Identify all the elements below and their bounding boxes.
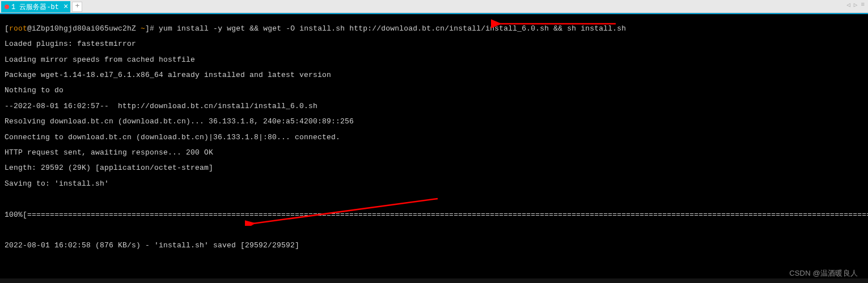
tab-bar: 1 云服务器-bt × + ◁ ▷ ≡ [0, 0, 868, 13]
terminal-line [5, 195, 863, 203]
terminal-line: Connecting to download.bt.cn (download.b… [5, 134, 863, 142]
terminal-line [5, 226, 863, 234]
tab-nav-left-icon[interactable]: ◁ [846, 1, 850, 8]
terminal[interactable]: [root@iZbp10hgjd80ai065uwc2hZ ~]# yum in… [0, 13, 868, 283]
terminal-line: HTTP request sent, awaiting response... … [5, 149, 863, 157]
terminal-line: Loaded plugins: fastestmirror [5, 40, 863, 48]
prompt-end: ]# [145, 24, 159, 33]
tab-label: 1 云服务器-bt [11, 2, 59, 12]
tab-nav-menu-icon[interactable]: ≡ [861, 1, 865, 8]
terminal-line: Resolving download.bt.cn (download.bt.cn… [5, 118, 863, 126]
terminal-line: --2022-08-01 16:02:57-- http://download.… [5, 102, 863, 110]
terminal-line: Length: 29592 (29K) [application/octet-s… [5, 164, 863, 172]
terminal-line [5, 258, 863, 265]
terminal-line: Package wget-1.14-18.el7_6.1.x86_64 alre… [5, 71, 863, 79]
prompt-command: yum install -y wget && wget -O install.s… [159, 24, 626, 33]
prompt-user: root [9, 24, 27, 33]
tab-cloud-server-bt[interactable]: 1 云服务器-bt × [1, 1, 70, 12]
add-tab-button[interactable]: + [72, 2, 82, 12]
tab-status-dot [5, 5, 9, 9]
tab-nav: ◁ ▷ ≡ [846, 1, 865, 8]
prompt-path: ~ [141, 24, 145, 33]
prompt-host: iZbp10hgjd80ai065uwc2hZ [32, 24, 141, 33]
terminal-line: Loading mirror speeds from cached hostfi… [5, 56, 863, 64]
tab-nav-right-icon[interactable]: ▷ [854, 1, 858, 8]
terminal-line: Nothing to do [5, 87, 863, 95]
terminal-line: Saving to: 'install.sh' [5, 180, 863, 188]
terminal-line: 100%[===================================… [5, 211, 863, 219]
terminal-line: [root@iZbp10hgjd80ai065uwc2hZ ~]# yum in… [5, 25, 863, 33]
watermark: CSDN @温酒暖良人 [789, 269, 858, 277]
prompt-at: @ [27, 24, 32, 33]
close-icon[interactable]: × [63, 3, 68, 11]
soft-edge [0, 278, 868, 283]
terminal-line: 2022-08-01 16:02:58 (876 KB/s) - 'instal… [5, 242, 863, 250]
